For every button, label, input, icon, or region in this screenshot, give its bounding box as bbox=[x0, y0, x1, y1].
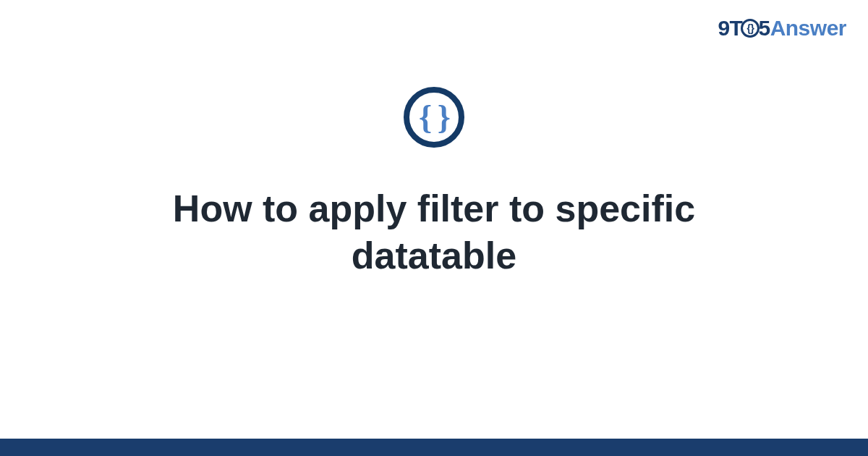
brand-o-icon: {} bbox=[741, 19, 760, 38]
main-content: { } How to apply filter to specific data… bbox=[0, 87, 868, 279]
brand-text-5: 5 bbox=[758, 16, 770, 40]
brand-text-9t: 9T bbox=[718, 16, 742, 40]
brand-text-answer: Answer bbox=[770, 16, 846, 40]
brand-o-inner: {} bbox=[746, 22, 754, 34]
braces-glyph: { } bbox=[419, 101, 449, 134]
footer-bar bbox=[0, 439, 868, 456]
page-title: How to apply filter to specific datatabl… bbox=[87, 185, 781, 279]
code-braces-icon: { } bbox=[404, 87, 464, 148]
brand-logo: 9T{}5Answer bbox=[718, 16, 846, 41]
